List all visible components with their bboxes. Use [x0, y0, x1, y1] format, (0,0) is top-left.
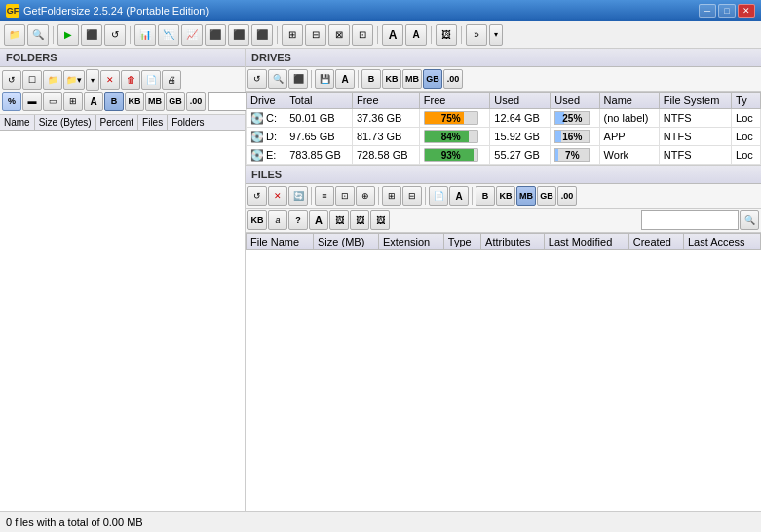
- drives-col-type[interactable]: Ty: [732, 93, 761, 109]
- files-col-created[interactable]: Created: [628, 234, 683, 250]
- drives-table-row[interactable]: 💽D:97.65 GB81.73 GB84%15.92 GB16%APPNTFS…: [247, 128, 761, 146]
- toolbar-btn-refresh[interactable]: ↺: [104, 24, 126, 46]
- minimize-button[interactable]: ─: [699, 4, 716, 18]
- folder-size-B[interactable]: B: [104, 92, 124, 111]
- toolbar-btn-chart5[interactable]: ⬛: [228, 24, 249, 46]
- drives-col-free-gb[interactable]: Free: [352, 93, 419, 109]
- files-btn-refresh2[interactable]: 🔄: [288, 186, 308, 206]
- col-header-size[interactable]: Size (Bytes): [35, 115, 96, 130]
- files-btn-filter2[interactable]: a: [268, 210, 287, 230]
- files-btn-zoom[interactable]: ⊕: [356, 186, 375, 206]
- toolbar-btn-a2[interactable]: A: [405, 24, 427, 46]
- drives-col-fs[interactable]: File System: [659, 93, 731, 109]
- col-header-name[interactable]: Name: [0, 115, 35, 130]
- files-btn-grid2[interactable]: ⊟: [402, 186, 422, 206]
- drives-col-free-pct[interactable]: Free: [419, 93, 490, 109]
- files-btn-refresh[interactable]: ↺: [247, 186, 267, 206]
- files-btn-grid1[interactable]: ⊞: [382, 186, 401, 206]
- folder-btn-A[interactable]: A: [84, 92, 103, 111]
- files-btn-A2[interactable]: A: [309, 210, 328, 230]
- drives-btn-scan2[interactable]: ⬛: [288, 69, 308, 89]
- toolbar-btn-start[interactable]: ▶: [57, 24, 79, 46]
- files-search-input[interactable]: [641, 210, 739, 230]
- drives-size-dec[interactable]: .00: [443, 69, 463, 89]
- files-col-type[interactable]: Type: [443, 234, 480, 250]
- files-btn-filter1[interactable]: KB: [247, 210, 267, 230]
- files-size-MB[interactable]: MB: [516, 186, 536, 206]
- toolbar-btn-chart3[interactable]: 📈: [181, 24, 203, 46]
- folder-btn-folderdown[interactable]: 📁▾: [63, 70, 85, 90]
- folder-btn-bar2[interactable]: ▭: [43, 92, 62, 111]
- files-col-name[interactable]: File Name: [247, 234, 314, 250]
- folder-dropdown[interactable]: ▾: [86, 69, 99, 91]
- col-header-pct[interactable]: Percent: [96, 115, 138, 130]
- drives-btn-hdd[interactable]: 💾: [315, 69, 334, 89]
- files-btn-img1[interactable]: 🖼: [329, 210, 349, 230]
- folder-size-KB[interactable]: KB: [125, 92, 144, 111]
- folder-btn-refresh[interactable]: ↺: [2, 70, 21, 90]
- folder-btn-grid[interactable]: ⊞: [63, 92, 83, 111]
- col-header-folders[interactable]: Folders: [168, 115, 209, 130]
- toolbar-btn-stop[interactable]: ⬛: [81, 24, 102, 46]
- files-col-attr[interactable]: Attributes: [481, 234, 545, 250]
- drives-size-MB[interactable]: MB: [402, 69, 422, 89]
- drives-size-B[interactable]: B: [361, 69, 381, 89]
- drives-col-used-pct[interactable]: Used: [551, 93, 599, 109]
- folder-size-MB[interactable]: MB: [145, 92, 165, 111]
- toolbar-btn-chart1[interactable]: 📊: [134, 24, 156, 46]
- files-size-GB[interactable]: GB: [537, 186, 556, 206]
- maximize-button[interactable]: □: [718, 4, 736, 18]
- toolbar-btn-grid2[interactable]: ⊟: [305, 24, 326, 46]
- files-btn-A[interactable]: A: [449, 186, 469, 206]
- toolbar-btn-folder[interactable]: 📁: [4, 24, 25, 46]
- toolbar-btn-scan[interactable]: 🔍: [27, 24, 49, 46]
- files-btn-view[interactable]: ⊡: [335, 186, 355, 206]
- folder-btn-del[interactable]: ✕: [100, 70, 120, 90]
- files-btn-img3[interactable]: 🖼: [370, 210, 390, 230]
- folder-size-dec[interactable]: .00: [186, 92, 206, 111]
- drives-col-name[interactable]: Name: [599, 93, 659, 109]
- folder-btn-check[interactable]: ☐: [22, 70, 42, 90]
- drives-col-total[interactable]: Total: [285, 93, 353, 109]
- folder-btn-export[interactable]: 📄: [141, 70, 161, 90]
- drives-table-row[interactable]: 💽C:50.01 GB37.36 GB75%12.64 GB25%(no lab…: [247, 109, 761, 128]
- drives-col-used-gb[interactable]: Used: [490, 93, 551, 109]
- toolbar-btn-grid3[interactable]: ⊠: [328, 24, 350, 46]
- drives-table-row[interactable]: 💽E:783.85 GB728.58 GB93%55.27 GB7%WorkNT…: [247, 146, 761, 165]
- folder-btn-bar1[interactable]: ▬: [22, 92, 42, 111]
- drives-btn-scan[interactable]: 🔍: [268, 69, 287, 89]
- toolbar-btn-chart6[interactable]: ⬛: [251, 24, 273, 46]
- drives-btn-A[interactable]: A: [335, 69, 355, 89]
- toolbar-btn-grid4[interactable]: ⊡: [352, 24, 373, 46]
- folder-btn-pct[interactable]: %: [2, 92, 21, 111]
- toolbar-btn-more[interactable]: »: [466, 24, 487, 46]
- files-btn-del[interactable]: ✕: [268, 186, 287, 206]
- files-search-btn[interactable]: 🔍: [740, 210, 759, 230]
- toolbar-btn-chart4[interactable]: ⬛: [205, 24, 226, 46]
- folder-btn-print[interactable]: 🖨: [162, 70, 181, 90]
- drives-size-GB[interactable]: GB: [423, 69, 442, 89]
- toolbar-btn-a1[interactable]: A: [382, 24, 403, 46]
- toolbar-btn-chart2[interactable]: 📉: [158, 24, 179, 46]
- files-size-KB[interactable]: KB: [496, 186, 515, 206]
- files-col-access[interactable]: Last Access: [683, 234, 760, 250]
- drives-btn-refresh[interactable]: ↺: [247, 69, 267, 89]
- drives-size-KB[interactable]: KB: [382, 69, 401, 89]
- toolbar-dropdown[interactable]: ▾: [489, 24, 503, 46]
- files-size-dec[interactable]: .00: [557, 186, 577, 206]
- files-btn-img2[interactable]: 🖼: [350, 210, 369, 230]
- col-header-files[interactable]: Files: [138, 115, 168, 130]
- files-size-B[interactable]: B: [476, 186, 495, 206]
- drives-col-drive[interactable]: Drive: [247, 93, 285, 109]
- files-col-ext[interactable]: Extension: [378, 234, 443, 250]
- folder-btn-del2[interactable]: 🗑: [121, 70, 140, 90]
- folder-btn-folder[interactable]: 📁: [43, 70, 62, 90]
- folder-size-GB[interactable]: GB: [166, 92, 185, 111]
- toolbar-btn-img[interactable]: 🖼: [436, 24, 457, 46]
- files-btn-export[interactable]: 📄: [429, 186, 448, 206]
- close-button[interactable]: ✕: [738, 4, 755, 18]
- files-btn-help[interactable]: ?: [288, 210, 308, 230]
- files-btn-list[interactable]: ≡: [315, 186, 334, 206]
- toolbar-btn-grid1[interactable]: ⊞: [282, 24, 303, 46]
- files-col-modified[interactable]: Last Modified: [544, 234, 628, 250]
